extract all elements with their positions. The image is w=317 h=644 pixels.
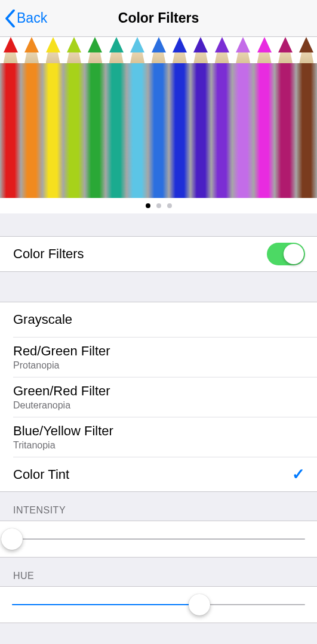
nav-header: Back Color Filters xyxy=(0,0,317,37)
filter-options-group: Grayscale Red/Green Filter Protanopia Gr… xyxy=(0,302,317,492)
pencil xyxy=(254,37,275,198)
filter-option-red-green[interactable]: Red/Green Filter Protanopia xyxy=(13,337,317,377)
slider-thumb[interactable] xyxy=(1,528,23,550)
preview-image[interactable] xyxy=(0,37,317,198)
page-dot[interactable] xyxy=(167,203,172,208)
checkmark-icon: ✓ xyxy=(292,465,305,484)
pencil xyxy=(275,37,296,198)
pencil xyxy=(232,37,253,198)
page-dot[interactable] xyxy=(156,203,161,208)
filter-option-grayscale[interactable]: Grayscale xyxy=(0,302,317,337)
color-filters-toggle-row[interactable]: Color Filters xyxy=(0,237,317,271)
pencil xyxy=(127,37,147,198)
pencil xyxy=(85,37,106,198)
hue-slider[interactable] xyxy=(12,604,305,605)
option-title: Grayscale xyxy=(13,312,72,327)
option-title: Green/Red Filter xyxy=(13,383,110,399)
option-subtitle: Deuteranopia xyxy=(13,400,110,411)
toggle-group: Color Filters xyxy=(0,236,317,272)
intensity-slider[interactable] xyxy=(12,538,305,540)
hue-section-label: HUE xyxy=(0,558,317,586)
option-title: Blue/Yellow Filter xyxy=(13,423,113,439)
switch-knob xyxy=(284,244,304,264)
pencil xyxy=(0,37,21,198)
pencil xyxy=(148,37,169,198)
filter-option-blue-yellow[interactable]: Blue/Yellow Filter Tritanopia xyxy=(13,417,317,457)
filter-option-color-tint[interactable]: Color Tint ✓ xyxy=(13,457,317,491)
slider-thumb[interactable] xyxy=(189,594,210,615)
filter-option-green-red[interactable]: Green/Red Filter Deuteranopia xyxy=(13,377,317,417)
page-indicator[interactable] xyxy=(0,198,317,213)
pencil xyxy=(21,37,42,198)
slider-fill xyxy=(12,604,199,605)
pencil xyxy=(63,37,84,198)
toggle-label: Color Filters xyxy=(13,246,84,262)
pencil xyxy=(169,37,190,198)
back-label: Back xyxy=(17,10,47,26)
chevron-left-icon xyxy=(5,10,16,27)
option-title: Red/Green Filter xyxy=(13,343,110,359)
pencil xyxy=(296,37,317,198)
back-button[interactable]: Back xyxy=(0,10,47,27)
hue-slider-row[interactable] xyxy=(0,586,317,623)
pencil xyxy=(211,37,232,198)
option-title: Color Tint xyxy=(13,467,69,482)
intensity-slider-row[interactable] xyxy=(0,521,317,558)
pencil xyxy=(42,37,63,198)
option-subtitle: Protanopia xyxy=(13,360,110,371)
pencil xyxy=(106,37,127,198)
page-dot[interactable] xyxy=(146,203,150,208)
option-subtitle: Tritanopia xyxy=(13,440,113,451)
color-filters-switch[interactable] xyxy=(267,243,305,265)
intensity-section-label: INTENSITY xyxy=(0,492,317,521)
page-title: Color Filters xyxy=(0,10,317,26)
pencils-row xyxy=(0,37,317,198)
pencil xyxy=(190,37,211,198)
